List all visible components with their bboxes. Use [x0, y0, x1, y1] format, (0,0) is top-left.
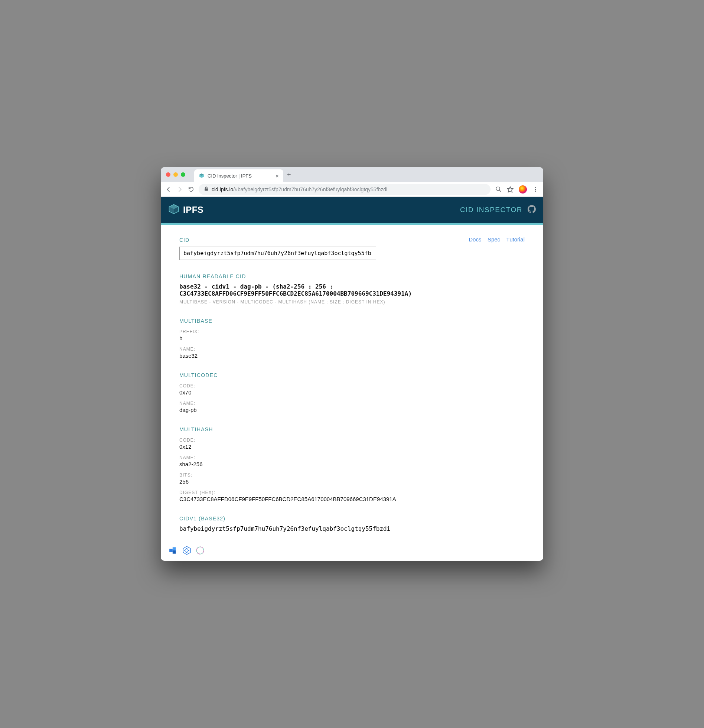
svg-marker-3 — [508, 186, 513, 192]
address-bar[interactable]: cid.ipfs.io/#bafybeigdyrzt5sfp7udm7hu76u… — [199, 184, 490, 195]
multihash-bits-value: 256 — [179, 478, 525, 485]
multicodec-code-value: 0x70 — [179, 389, 525, 396]
multihash-label: MULTIHASH — [179, 426, 525, 432]
profile-avatar-icon[interactable] — [519, 185, 527, 194]
multibase-prefix-value: b — [179, 335, 525, 341]
new-tab-button[interactable]: + — [287, 171, 291, 179]
doc-links: Docs Spec Tutorial — [464, 236, 525, 243]
reload-button[interactable] — [188, 186, 194, 193]
multibase-prefix-label: PREFIX: — [179, 329, 525, 334]
tab-close-icon[interactable]: × — [276, 173, 279, 179]
back-button[interactable] — [165, 186, 172, 193]
multihash-code-label: CODE: — [179, 438, 525, 443]
multihash-digest-label: DIGEST (HEX): — [179, 490, 525, 495]
cidv1-label: CIDV1 (BASE32) — [179, 516, 525, 521]
cid-header-row: CID Docs Spec Tutorial — [179, 236, 525, 243]
multicodec-name-label: NAME: — [179, 401, 525, 406]
multihash-code-value: 0x12 — [179, 443, 525, 450]
footer — [161, 540, 543, 561]
github-icon[interactable] — [528, 205, 536, 215]
svg-rect-12 — [173, 547, 176, 550]
svg-rect-11 — [169, 549, 173, 552]
zoom-icon[interactable] — [495, 186, 502, 193]
ipld-icon[interactable] — [182, 545, 192, 556]
multicodec-name-value: dag-pb — [179, 407, 525, 413]
svg-marker-14 — [183, 546, 190, 555]
multibase-name-label: NAME: — [179, 347, 525, 352]
url-path: /#bafybeigdyrzt5sfp7udm7hu76uh7y26nf3efu… — [233, 186, 387, 192]
multihash-name-label: NAME: — [179, 455, 525, 460]
multihash-section: MULTIHASH CODE: 0x12 NAME: sha2-256 BITS… — [179, 426, 525, 502]
cidv1-section: CIDV1 (BASE32) bafybeigdyrzt5sfp7udm7hu7… — [179, 516, 525, 532]
multiformats-icon[interactable] — [168, 545, 179, 556]
svg-point-6 — [535, 191, 536, 192]
human-readable-section: HUMAN READABLE CID base32 - cidv1 - dag-… — [179, 273, 525, 305]
multibase-label: MULTIBASE — [179, 318, 525, 324]
tutorial-link[interactable]: Tutorial — [506, 236, 525, 243]
svg-rect-13 — [173, 550, 176, 554]
browser-toolbar: cid.ipfs.io/#bafybeigdyrzt5sfp7udm7hu76u… — [161, 182, 543, 197]
svg-point-4 — [535, 187, 536, 188]
brand-text: IPFS — [183, 205, 203, 215]
multibase-section: MULTIBASE PREFIX: b NAME: base32 — [179, 318, 525, 359]
window-minimize-button[interactable] — [173, 172, 178, 177]
human-readable-label: HUMAN READABLE CID — [179, 273, 525, 279]
traffic-lights — [166, 172, 185, 177]
multicodec-label: MULTICODEC — [179, 372, 525, 378]
multicodec-code-label: CODE: — [179, 383, 525, 389]
cidv1-value: bafybeigdyrzt5sfp7udm7hu76uh7y26nf3efuyl… — [179, 525, 525, 532]
human-readable-meta: MULTIBASE - VERSION - MULTICODEC - MULTI… — [179, 299, 525, 305]
titlebar: CID Inspector | IPFS × + — [161, 167, 543, 182]
tab-title: CID Inspector | IPFS — [208, 173, 252, 179]
window-zoom-button[interactable] — [181, 172, 185, 177]
brand[interactable]: IPFS — [168, 204, 203, 216]
menu-dots-icon[interactable] — [532, 186, 539, 193]
multicodec-section: MULTICODEC CODE: 0x70 NAME: dag-pb — [179, 372, 525, 413]
window-close-button[interactable] — [166, 172, 170, 177]
ipfs-cube-icon — [168, 204, 179, 216]
forward-button[interactable] — [176, 186, 183, 193]
bookmark-star-icon[interactable] — [507, 186, 514, 193]
header-right: CID INSPECTOR — [460, 205, 536, 215]
multihash-digest-value: C3C4733EC8AFFD06CF9E9FF50FFC6BCD2EC85A61… — [179, 496, 525, 502]
url-text: cid.ipfs.io/#bafybeigdyrzt5sfp7udm7hu76u… — [212, 186, 387, 192]
multihash-name-value: sha2-256 — [179, 461, 525, 467]
content: CID Docs Spec Tutorial HUMAN READABLE CI… — [161, 225, 543, 540]
app-title: CID INSPECTOR — [460, 206, 522, 214]
ipfs-favicon-icon — [199, 173, 205, 179]
human-readable-breakdown: base32 - cidv1 - dag-pb - (sha2-256 : 25… — [179, 283, 525, 297]
url-host: cid.ipfs.io — [212, 186, 233, 192]
cid-input[interactable] — [179, 247, 376, 260]
spec-link[interactable]: Spec — [488, 236, 500, 243]
multihash-bits-label: BITS: — [179, 472, 525, 478]
browser-window: CID Inspector | IPFS × + cid.ipfs.io/#ba… — [161, 167, 543, 561]
cid-label: CID — [179, 237, 189, 243]
libp2p-icon[interactable] — [195, 545, 205, 556]
docs-link[interactable]: Docs — [469, 236, 481, 243]
svg-point-5 — [535, 189, 536, 190]
app-header: IPFS CID INSPECTOR — [161, 197, 543, 223]
multibase-name-value: base32 — [179, 352, 525, 359]
toolbar-right — [495, 185, 539, 194]
svg-point-2 — [496, 187, 500, 191]
browser-tab[interactable]: CID Inspector | IPFS × — [194, 169, 283, 182]
svg-point-20 — [196, 547, 204, 554]
lock-icon — [204, 186, 209, 192]
